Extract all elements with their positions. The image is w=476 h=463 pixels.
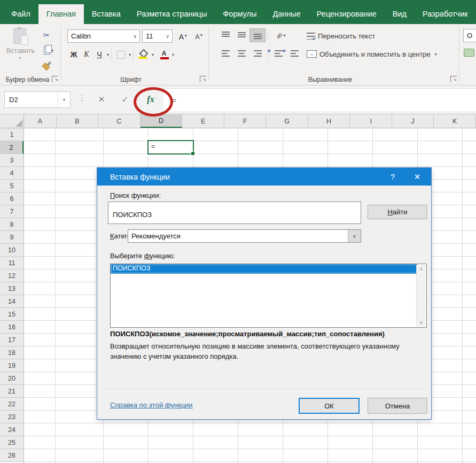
fill-handle[interactable] <box>191 151 195 156</box>
ribbon-tab-Вставка[interactable]: Вставка <box>84 4 129 24</box>
row-header-4[interactable]: 4 <box>0 167 24 180</box>
align-middle-button[interactable] <box>233 28 249 42</box>
row-header-2[interactable]: 2 <box>0 141 24 154</box>
bold-button[interactable]: Ж <box>67 48 80 61</box>
cancel-entry-button[interactable]: ✕ <box>92 91 111 108</box>
row-header-3[interactable]: 3 <box>0 154 24 167</box>
scroll-up-icon[interactable]: ∧ <box>417 265 426 273</box>
scroll-down-icon[interactable]: ∨ <box>417 318 426 327</box>
wrap-text-button[interactable]: Переносить текст <box>303 28 379 43</box>
row-header-6[interactable]: 6 <box>0 192 24 205</box>
copy-button[interactable]: ▾ <box>37 43 60 57</box>
row-header-11[interactable]: 11 <box>0 257 24 269</box>
row-header-15[interactable]: 15 <box>0 308 24 321</box>
ribbon-tab-Разработчик[interactable]: Разработчик <box>415 4 476 24</box>
ribbon-tab-Главная[interactable]: Главная <box>38 4 84 24</box>
row-header-25[interactable]: 25 <box>0 436 24 449</box>
column-header-A[interactable]: A <box>24 114 57 128</box>
ribbon-tab-Файл[interactable]: Файл <box>3 4 38 24</box>
row-header-1[interactable]: 1 <box>0 128 24 141</box>
help-on-function-link[interactable]: Справка по этой функции <box>110 401 193 409</box>
dialog-help-button[interactable]: ? <box>384 168 401 186</box>
increase-indent-button[interactable]: ▶ <box>286 47 302 60</box>
row-header-8[interactable]: 8 <box>0 218 24 231</box>
row-header-21[interactable]: 21 <box>0 385 24 398</box>
increase-font-size-button[interactable]: А▲ <box>175 29 191 44</box>
paste-button[interactable]: Вставить ▾ <box>6 28 33 60</box>
row-header-20[interactable]: 20 <box>0 372 24 385</box>
row-header-26[interactable]: 26 <box>0 449 24 462</box>
row-header-5[interactable]: 5 <box>0 180 24 192</box>
column-header-B[interactable]: B <box>57 114 99 128</box>
orientation-dropdown-arrow[interactable]: ▾ <box>284 33 286 38</box>
align-bottom-button[interactable] <box>249 28 266 42</box>
clipboard-dialog-launcher[interactable]: ↘ <box>52 76 58 82</box>
select-all-corner[interactable] <box>0 114 24 128</box>
column-header-D[interactable]: D <box>141 114 183 128</box>
ribbon-tab-Формулы[interactable]: Формулы <box>215 4 264 24</box>
dialog-close-button[interactable]: ✕ <box>409 168 426 186</box>
search-function-input[interactable] <box>108 202 361 224</box>
font-color-dropdown-arrow[interactable]: ▾ <box>172 52 174 57</box>
column-header-K[interactable]: K <box>434 114 476 128</box>
column-header-J[interactable]: J <box>392 114 434 128</box>
row-header-10[interactable]: 10 <box>0 244 24 257</box>
column-header-G[interactable]: G <box>266 114 308 128</box>
underline-dropdown-arrow[interactable]: ▾ <box>107 52 109 57</box>
column-header-C[interactable]: C <box>98 114 141 128</box>
ribbon-tab-Рецензирование[interactable]: Рецензирование <box>309 4 385 24</box>
row-header-19[interactable]: 19 <box>0 359 24 372</box>
row-header-7[interactable]: 7 <box>0 205 24 218</box>
fill-color-dropdown-arrow[interactable]: ▾ <box>152 52 154 57</box>
row-header-23[interactable]: 23 <box>0 411 24 423</box>
function-list-item[interactable]: ПОИСКПОЗ <box>111 264 417 274</box>
listbox-scrollbar[interactable]: ∧ ∨ <box>416 265 426 327</box>
row-header-12[interactable]: 12 <box>0 269 24 282</box>
font-color-button[interactable]: А <box>157 48 171 61</box>
font-dialog-launcher[interactable]: ↘ <box>200 76 206 82</box>
align-left-button[interactable] <box>217 47 233 60</box>
italic-button[interactable]: К <box>80 48 93 61</box>
row-header-13[interactable]: 13 <box>0 282 24 295</box>
decrease-font-size-button[interactable]: А▼ <box>191 29 207 44</box>
column-header-I[interactable]: I <box>350 114 392 128</box>
row-header-22[interactable]: 22 <box>0 398 24 411</box>
row-header-18[interactable]: 18 <box>0 346 24 359</box>
row-header-9[interactable]: 9 <box>0 231 24 244</box>
name-box[interactable]: D2 ▾ <box>4 91 71 108</box>
font-name-select[interactable]: Calibri ∨ <box>67 29 140 43</box>
enter-entry-button[interactable]: ✓ <box>115 91 135 108</box>
number-format-select[interactable]: О <box>463 29 476 42</box>
fill-color-button[interactable] <box>136 48 151 61</box>
font-size-select[interactable]: 11 ∨ <box>142 29 173 43</box>
merge-center-dropdown-arrow[interactable]: ▾ <box>435 52 437 57</box>
formula-input[interactable]: = <box>163 88 476 111</box>
category-select[interactable]: Рекомендуется ∨ <box>128 229 361 243</box>
alignment-dialog-launcher[interactable]: ↘ <box>450 76 457 82</box>
cancel-button[interactable]: Отмена <box>368 398 427 414</box>
merge-center-button[interactable]: ↔ Объединить и поместить в центре ▾ <box>303 47 441 61</box>
align-right-button[interactable] <box>249 47 266 60</box>
row-header-16[interactable]: 16 <box>0 321 24 334</box>
format-painter-button[interactable] <box>38 58 54 72</box>
row-header-24[interactable]: 24 <box>0 423 24 436</box>
accounting-format-icon[interactable] <box>464 49 474 57</box>
cut-button[interactable]: ✂ <box>38 28 54 42</box>
ribbon-tab-Вид[interactable]: Вид <box>385 4 415 24</box>
align-center-button[interactable] <box>233 47 249 60</box>
borders-button[interactable] <box>114 48 128 61</box>
column-header-E[interactable]: E <box>182 114 224 128</box>
row-header-17[interactable]: 17 <box>0 334 24 346</box>
find-button[interactable]: Найти <box>368 205 427 219</box>
ribbon-tab-Разметка страницы[interactable]: Разметка страницы <box>129 4 215 24</box>
name-box-dropdown-arrow[interactable]: ▾ <box>58 92 70 107</box>
column-header-H[interactable]: H <box>308 114 350 128</box>
formula-bar-resize-dots[interactable]: ⋮ <box>78 93 86 103</box>
column-header-F[interactable]: F <box>224 114 267 128</box>
ribbon-tab-Данные[interactable]: Данные <box>264 4 308 24</box>
category-dropdown-arrow[interactable]: ∨ <box>348 230 361 242</box>
active-cell[interactable]: = <box>147 140 194 155</box>
borders-dropdown-arrow[interactable]: ▾ <box>129 52 131 57</box>
orientation-button[interactable]: ab ▾ <box>270 28 292 42</box>
ok-button[interactable]: ОК <box>299 398 360 414</box>
